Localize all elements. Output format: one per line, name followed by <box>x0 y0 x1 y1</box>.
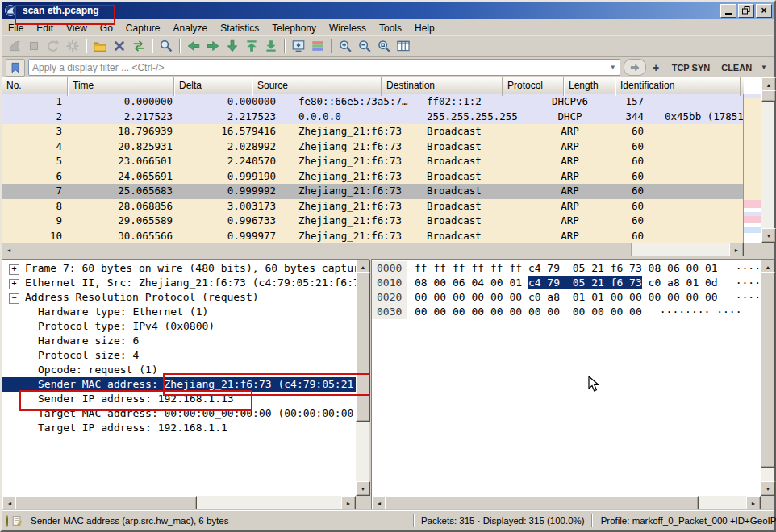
details-vertical-scrollbar[interactable]: ▲▼ <box>356 260 369 496</box>
detail-line[interactable]: +Frame 7: 60 bytes on wire (480 bits), 6… <box>2 261 356 276</box>
packet-row-9[interactable]: 929.0655890.996733Zhejiang_21:f6:73Broad… <box>2 214 744 229</box>
menu-item-edit[interactable]: Edit <box>30 20 60 35</box>
display-filter-input[interactable] <box>32 62 607 73</box>
title-bar[interactable]: scan eth.pcapng × <box>2 2 774 19</box>
apply-filter-button[interactable] <box>624 59 646 76</box>
reload-icon[interactable] <box>129 37 148 56</box>
packet-row-10[interactable]: 1030.0655660.999977Zhejiang_21:f6:73Broa… <box>2 229 744 243</box>
column-header-destination[interactable]: Destination <box>382 77 503 96</box>
detail-line[interactable]: Opcode: request (1) <box>2 363 356 377</box>
resize-columns-icon[interactable] <box>394 37 413 56</box>
packet-row-1[interactable]: 10.0000000.000000fe80::66e5:73a5:7…ff02:… <box>2 94 744 110</box>
capture-options-icon[interactable] <box>63 37 82 56</box>
packet-list-vertical-scrollbar[interactable]: ▲▼ <box>761 77 774 243</box>
detail-line[interactable]: Target MAC address: 00:00:00_00:00:00 (0… <box>2 406 356 421</box>
menu-item-analyze[interactable]: Analyze <box>167 20 215 35</box>
capture-comment-button[interactable] <box>11 513 23 528</box>
go-last-icon[interactable] <box>261 37 281 56</box>
open-file-icon[interactable] <box>90 37 110 56</box>
colorize-icon[interactable] <box>308 37 328 56</box>
menu-item-capture[interactable]: Capture <box>119 20 167 35</box>
capture-stop-icon[interactable] <box>24 37 44 56</box>
zoom-in-icon[interactable] <box>336 37 355 56</box>
hex-row[interactable]: 0000ff ff ff ff ff ff c4 79 05 21 f6 73 … <box>372 261 761 276</box>
detail-line[interactable]: Sender IP address: 192.168.1.13 <box>2 392 356 406</box>
filter-bookmark-button[interactable] <box>6 59 25 77</box>
detail-line[interactable]: Protocol size: 4 <box>2 348 356 363</box>
packet-row-4[interactable]: 420.8259312.028992Zhejiang_21:f6:73Broad… <box>2 139 744 155</box>
packet-list-minimap[interactable] <box>743 94 761 243</box>
filter-buttons-dropdown-caret-icon[interactable]: ▼ <box>761 64 770 71</box>
menu-item-telephony[interactable]: Telephony <box>265 20 323 35</box>
detail-line[interactable]: Sender MAC address: Zhejiang_21:f6:73 (c… <box>2 377 356 392</box>
go-to-packet-icon[interactable] <box>223 37 242 56</box>
filter-history-caret-icon[interactable]: ▼ <box>607 64 616 71</box>
detail-line[interactable]: Hardware type: Ethernet (1) <box>2 305 356 319</box>
menu-item-view[interactable]: View <box>60 20 94 35</box>
scroll-thumb[interactable] <box>15 496 197 510</box>
column-header-source[interactable]: Source <box>252 77 382 96</box>
scroll-right-button[interactable]: ► <box>341 496 356 510</box>
menu-item-tools[interactable]: Tools <box>373 20 408 35</box>
filter-button-clean[interactable]: CLEAN <box>716 60 757 75</box>
menu-item-help[interactable]: Help <box>408 20 441 35</box>
go-back-icon[interactable] <box>184 37 203 56</box>
zoom-reset-icon[interactable] <box>374 37 394 56</box>
go-forward-icon[interactable] <box>203 37 223 56</box>
packet-row-3[interactable]: 318.79693916.579416Zhejiang_21:f6:73Broa… <box>2 124 744 139</box>
packet-row-7[interactable]: 725.0656830.999992Zhejiang_21:f6:73Broad… <box>2 184 744 199</box>
detail-line[interactable]: Hardware size: 6 <box>2 334 356 348</box>
hex-bytes[interactable]: ff ff ff ff ff ff c4 79 05 21 f6 73 08 0… <box>415 262 718 274</box>
detail-line[interactable]: Protocol type: IPv4 (0x0800) <box>2 319 356 334</box>
menu-item-statistics[interactable]: Statistics <box>214 20 265 35</box>
restore-button[interactable] <box>738 4 754 18</box>
packet-list-horizontal-scrollbar[interactable]: ◄► <box>2 243 744 256</box>
go-first-icon[interactable] <box>242 37 261 56</box>
close-button[interactable]: × <box>756 4 772 18</box>
menu-item-file[interactable]: File <box>2 20 30 35</box>
hex-row[interactable]: 001008 00 06 04 00 01 c4 79 05 21 f6 73 … <box>372 276 761 290</box>
hex-row[interactable]: 002000 00 00 00 00 00 c0 a8 01 01 00 00 … <box>372 290 761 305</box>
column-header-identification[interactable]: Identification <box>615 77 741 96</box>
minimize-button[interactable] <box>720 4 736 18</box>
packet-row-8[interactable]: 828.0688563.003173Zhejiang_21:f6:73Broad… <box>2 199 744 214</box>
profile-status[interactable]: Profile: markoff_0_Packet_000 +ID+GeoIP <box>596 516 776 526</box>
column-header-length[interactable]: Length <box>564 77 615 96</box>
capture-start-icon[interactable] <box>5 37 24 56</box>
scroll-thumb[interactable] <box>761 90 776 102</box>
expert-info-icon[interactable] <box>6 515 8 527</box>
detail-line[interactable]: Target IP address: 192.168.1.1 <box>2 421 356 435</box>
capture-restart-icon[interactable] <box>44 37 63 56</box>
hex-bytes[interactable]: 00 00 00 00 00 00 c0 a8 01 01 00 00 00 0… <box>415 291 718 303</box>
column-header-time[interactable]: Time <box>68 77 174 96</box>
find-packet-icon[interactable] <box>156 37 176 56</box>
hex-bytes[interactable]: 08 00 06 04 00 01 c4 79 05 21 f6 73 c0 a… <box>415 276 718 289</box>
close-file-icon[interactable] <box>110 37 129 56</box>
column-header-no[interactable]: No. <box>2 77 68 96</box>
hex-row[interactable]: 003000 00 00 00 00 00 00 00 00 00 00 00·… <box>372 305 761 319</box>
scroll-right-button[interactable]: ► <box>746 496 761 510</box>
hex-vertical-scrollbar[interactable]: ▲▼ <box>761 260 774 496</box>
detail-line[interactable]: +Ethernet II, Src: Zhejiang_21:f6:73 (c4… <box>2 276 356 290</box>
scroll-thumb[interactable] <box>385 496 699 510</box>
expander-icon[interactable]: + <box>9 279 19 289</box>
packet-row-2[interactable]: 22.2175232.2175230.0.0.0255.255.255.255D… <box>2 110 744 125</box>
filter-button-tcp-syn[interactable]: TCP SYN <box>666 60 716 75</box>
zoom-out-icon[interactable] <box>355 37 374 56</box>
detail-line[interactable]: −Address Resolution Protocol (request) <box>2 290 356 305</box>
scroll-thumb[interactable] <box>761 272 775 468</box>
auto-scroll-icon[interactable] <box>289 37 308 56</box>
expander-icon[interactable]: + <box>9 264 19 275</box>
scroll-thumb[interactable] <box>356 272 370 422</box>
hex-horizontal-scrollbar[interactable]: ◄► <box>372 496 761 509</box>
hex-bytes[interactable]: 00 00 00 00 00 00 00 00 00 00 00 00 <box>415 305 642 318</box>
menu-item-wireless[interactable]: Wireless <box>323 20 373 35</box>
column-header-delta[interactable]: Delta <box>174 77 252 96</box>
packet-row-5[interactable]: 523.0665012.240570Zhejiang_21:f6:73Broad… <box>2 154 744 169</box>
packet-row-6[interactable]: 624.0656910.999190Zhejiang_21:f6:73Broad… <box>2 169 744 185</box>
scroll-down-button[interactable]: ▼ <box>761 228 776 243</box>
expander-icon[interactable]: − <box>9 293 19 304</box>
details-horizontal-scrollbar[interactable]: ◄► <box>2 496 356 509</box>
add-filter-button[interactable]: + <box>649 60 663 75</box>
menu-item-go[interactable]: Go <box>94 20 119 35</box>
